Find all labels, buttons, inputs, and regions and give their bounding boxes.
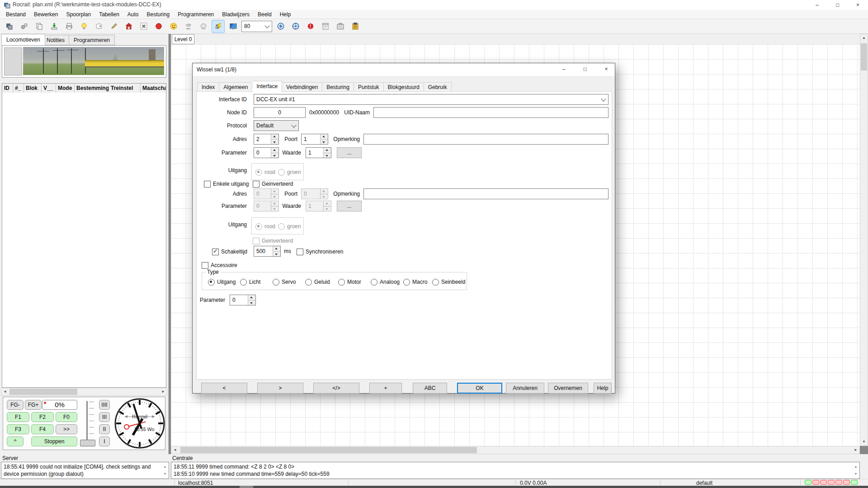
scroll-left-icon[interactable]: ◄ xyxy=(171,446,179,454)
print-icon[interactable] xyxy=(62,20,75,33)
waarde-spinner[interactable]: 1 xyxy=(306,147,331,158)
close-plan-icon[interactable] xyxy=(137,20,150,33)
radio-icon[interactable] xyxy=(432,279,439,286)
scroll-left-icon[interactable]: ◄ xyxy=(1,388,9,395)
idea-bulb-icon[interactable] xyxy=(77,20,90,33)
tab-programmeren[interactable]: Programmeren xyxy=(69,35,115,45)
f0-button[interactable]: F0 xyxy=(56,412,77,422)
uid-naam-input[interactable] xyxy=(373,107,609,118)
checkbox-icon[interactable] xyxy=(202,262,208,269)
f2-button[interactable]: F2 xyxy=(31,412,54,422)
tab-gebruik[interactable]: Gebruik xyxy=(424,82,452,92)
checkbox-icon[interactable] xyxy=(204,181,211,188)
direction-button[interactable]: ^ xyxy=(7,436,24,446)
window-maximize-button[interactable]: □ xyxy=(827,0,848,10)
menu-auto[interactable]: Auto xyxy=(123,10,143,19)
type-geluid-radio[interactable]: Geluid xyxy=(305,278,330,286)
notes-icon[interactable] xyxy=(319,20,332,33)
radio-icon[interactable] xyxy=(273,279,279,286)
spin-up-icon[interactable] xyxy=(271,148,278,153)
tab-besturing[interactable]: Besturing xyxy=(322,82,354,92)
parameter-spinner[interactable]: 0 xyxy=(254,147,279,158)
scroll-up-icon[interactable]: ▲ xyxy=(860,34,868,42)
canvas-hscrollbar[interactable]: ◄ ► xyxy=(171,446,860,454)
ok-button[interactable]: OK xyxy=(457,383,502,394)
smiley-icon[interactable] xyxy=(167,20,180,33)
scroll-down-icon[interactable]: ▼ xyxy=(853,470,859,478)
spin-up-icon[interactable] xyxy=(273,246,280,252)
stop-button[interactable]: Stoppen xyxy=(31,436,77,446)
opmerking-input[interactable] xyxy=(363,134,609,145)
spin-up-icon[interactable] xyxy=(248,295,255,300)
type-analoog-radio[interactable]: Analoog xyxy=(371,278,400,286)
gear-1-button[interactable]: I xyxy=(99,436,110,446)
menu-besturing[interactable]: Besturing xyxy=(143,10,174,19)
interface-id-combo[interactable]: DCC-EX unit #1 xyxy=(254,94,609,105)
gear-4-button[interactable]: IIII xyxy=(99,400,110,410)
power-icon[interactable]: S xyxy=(212,20,225,33)
radio-icon[interactable] xyxy=(371,279,377,286)
col-v[interactable]: V__ xyxy=(42,84,56,93)
scroll-up-icon[interactable]: ▲ xyxy=(853,463,859,470)
radio-checked-icon[interactable] xyxy=(208,279,215,286)
col-mode[interactable]: Mode xyxy=(56,84,75,93)
gears-icon[interactable] xyxy=(18,20,31,33)
add-button[interactable]: + xyxy=(369,383,402,394)
loco-list[interactable] xyxy=(2,93,166,388)
schakeltijd-spinner[interactable]: 500 xyxy=(254,246,281,257)
checkbox-checked-icon[interactable] xyxy=(212,249,219,255)
wifi-icon[interactable]: wio xyxy=(182,20,195,33)
level-tab[interactable]: Level 0 xyxy=(172,34,194,44)
menu-spoorplan[interactable]: Spoorplan xyxy=(62,10,95,19)
throttle-slider-handle[interactable] xyxy=(80,440,95,446)
dialog-close-button[interactable]: × xyxy=(599,65,614,74)
window-minimize-button[interactable]: – xyxy=(807,0,827,10)
record-stop-icon[interactable] xyxy=(152,20,165,33)
browse-button[interactable]: ... xyxy=(337,147,362,158)
type-macro-radio[interactable]: Macro xyxy=(403,278,427,286)
prev-button[interactable]: < xyxy=(201,383,247,394)
spin-down-icon[interactable] xyxy=(273,252,280,257)
dialog-minimize-button[interactable]: – xyxy=(556,65,571,74)
cancel-button[interactable]: Annuleren xyxy=(506,383,544,394)
radio-icon[interactable] xyxy=(403,279,410,286)
menu-beeld[interactable]: Beeld xyxy=(254,10,276,19)
type-seinbeeld-radio[interactable]: Seinbeeld xyxy=(432,278,465,286)
menu-bladwijzers[interactable]: Bladwijzers xyxy=(218,10,254,19)
f4-button[interactable]: F4 xyxy=(31,424,54,434)
rood-radio[interactable]: rood xyxy=(255,168,275,176)
frame-link-icon[interactable] xyxy=(92,20,105,33)
col-addr[interactable]: #_ xyxy=(13,84,24,93)
type-uitgang-radio[interactable]: Uitgang xyxy=(208,278,236,286)
parameter3-spinner[interactable]: 0 xyxy=(230,295,256,305)
browse2-button[interactable]: ... xyxy=(337,201,362,211)
radio-icon[interactable] xyxy=(278,169,285,176)
scroll-thumb[interactable] xyxy=(861,43,867,70)
next-button[interactable]: > xyxy=(257,383,303,394)
scroll-down-icon[interactable]: ▼ xyxy=(860,438,868,446)
menu-help[interactable]: Help xyxy=(276,10,295,19)
fg-minus-button[interactable]: FG- xyxy=(7,400,24,410)
window-close-button[interactable]: × xyxy=(848,0,868,10)
dialog-maximize-button[interactable]: □ xyxy=(577,65,593,74)
tab-interface[interactable]: Interface xyxy=(252,81,282,92)
scroll-right-icon[interactable]: ► xyxy=(852,446,859,454)
spin-up-icon[interactable] xyxy=(324,148,331,153)
lamp-icon[interactable] xyxy=(197,20,210,33)
menu-programmeren[interactable]: Programmeren xyxy=(174,10,218,19)
radio-icon[interactable] xyxy=(240,279,247,286)
menu-bestand[interactable]: Bestand xyxy=(2,10,30,19)
home-icon[interactable] xyxy=(122,20,135,33)
canvas-vscrollbar[interactable]: ▲ ▼ xyxy=(860,34,868,446)
menu-bewerken[interactable]: Bewerken xyxy=(30,10,62,19)
server-log-box[interactable]: 18:55:41 9999 could not initialize [COM4… xyxy=(1,462,169,479)
col-blok[interactable]: Blok xyxy=(24,84,42,93)
centrale-log-box[interactable]: 18:55:11 9999 timed command: <Z 8 2 0> <… xyxy=(171,462,860,479)
tab-puntstuk[interactable]: Puntstuk xyxy=(354,82,384,92)
spin-down-icon[interactable] xyxy=(321,140,328,145)
f1-button[interactable]: F1 xyxy=(7,412,29,422)
more-functions-button[interactable]: >> xyxy=(56,424,77,434)
tab-index[interactable]: Index xyxy=(197,82,219,92)
scroll-up-icon[interactable]: ▲ xyxy=(162,463,168,470)
checkbox-icon[interactable] xyxy=(253,181,259,188)
